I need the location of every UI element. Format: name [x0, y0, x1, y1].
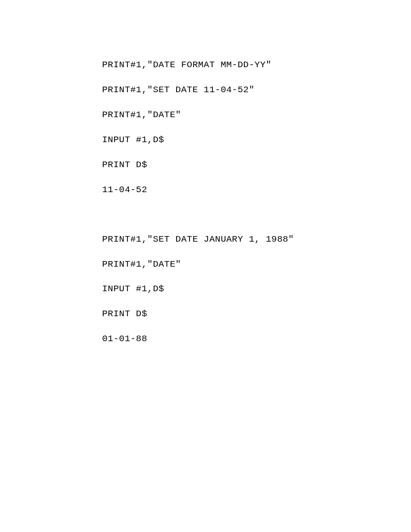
code-line: PRINT#1,"SET DATE JANUARY 1, 1988" — [102, 233, 411, 246]
code-line: PRINT#1,"DATE" — [102, 109, 411, 121]
code-line: INPUT #1,D$ — [102, 134, 411, 146]
code-line: PRINT#1,"DATE FORMAT MM-DD-YY" — [102, 59, 411, 72]
code-line: PRINT#1,"DATE" — [102, 258, 411, 271]
code-line: 01-01-88 — [102, 333, 411, 345]
code-block-2: PRINT#1,"SET DATE JANUARY 1, 1988" PRINT… — [102, 221, 411, 358]
code-line: PRINT D$ — [102, 308, 411, 320]
code-line: 11-04-52 — [102, 184, 411, 196]
code-line: PRINT D$ — [102, 159, 411, 171]
code-line: PRINT#1,"SET DATE 11-04-52" — [102, 84, 411, 96]
code-block-1: PRINT#1,"DATE FORMAT MM-DD-YY" PRINT#1,"… — [102, 47, 411, 209]
code-line: INPUT #1,D$ — [102, 283, 411, 296]
